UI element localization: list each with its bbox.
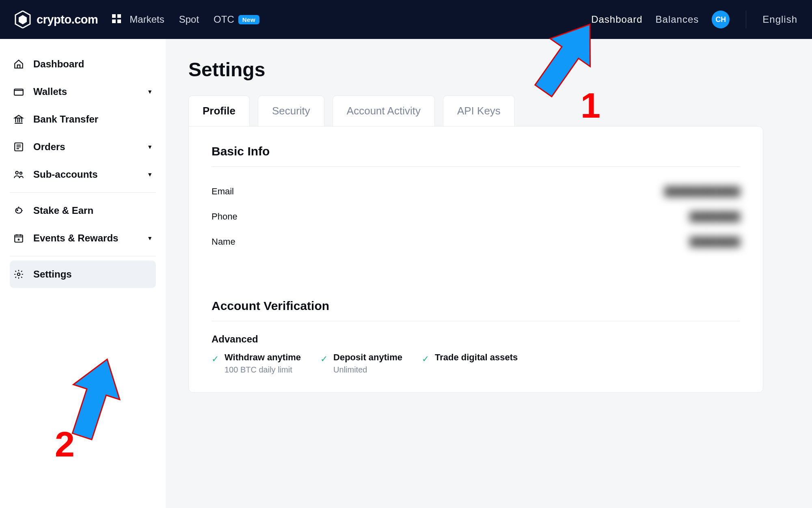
chevron-down-icon: ▼: [147, 235, 153, 241]
feature-deposit: ✓ Deposit anytime Unlimited: [320, 352, 402, 375]
brand-name: crypto.com: [37, 13, 98, 26]
feature-label: Withdraw anytime: [225, 352, 301, 363]
phone-value: ████████: [689, 211, 740, 222]
sidebar-item-label: Orders: [33, 141, 65, 153]
chevron-down-icon: ▼: [147, 171, 153, 178]
feature-trade: ✓ Trade digital assets: [422, 352, 518, 375]
page-title: Settings: [188, 58, 789, 81]
feature-label: Deposit anytime: [333, 352, 402, 363]
chevron-down-icon: ▼: [147, 88, 153, 95]
sidebar-item-dashboard[interactable]: Dashboard: [10, 50, 156, 78]
sidebar-item-wallets[interactable]: Wallets ▼: [10, 78, 156, 105]
profile-card: Basic Info Email ████████████ Phone ████…: [188, 126, 763, 393]
nav-otc[interactable]: OTC New: [214, 14, 259, 25]
home-icon: [13, 58, 24, 70]
verification-features: ✓ Withdraw anytime 100 BTC daily limit ✓…: [212, 352, 740, 375]
name-label: Name: [212, 237, 235, 247]
sidebar-item-label: Bank Transfer: [33, 114, 98, 125]
tab-account-activity[interactable]: Account Activity: [333, 95, 435, 126]
divider: [746, 11, 746, 28]
calendar-icon: [13, 232, 24, 244]
brand-logo-icon: [15, 11, 31, 28]
divider: [212, 321, 740, 321]
subaccounts-icon: [13, 169, 24, 180]
avatar[interactable]: CH: [712, 11, 730, 28]
verification-title: Account Verification: [212, 299, 740, 313]
row-email: Email ████████████: [212, 179, 740, 204]
svg-point-7: [20, 172, 22, 174]
sidebar-item-label: Dashboard: [33, 58, 84, 70]
svg-rect-0: [112, 14, 116, 18]
chevron-down-icon: ▼: [147, 144, 153, 150]
check-icon: ✓: [422, 354, 429, 375]
nav-markets[interactable]: Markets: [130, 14, 164, 25]
feature-label: Trade digital assets: [435, 352, 518, 363]
svg-rect-2: [112, 19, 116, 23]
topnav-left: Markets Spot OTC New: [130, 14, 259, 25]
svg-point-8: [17, 210, 18, 211]
basic-info-title: Basic Info: [212, 144, 740, 158]
sidebar-item-label: Events & Rewards: [33, 232, 118, 244]
feature-sub: Unlimited: [333, 365, 402, 375]
name-value: ████████: [689, 237, 740, 247]
sidebar-item-sub-accounts[interactable]: Sub-accounts ▼: [10, 161, 156, 188]
content-area: Settings Profile Security Account Activi…: [166, 39, 812, 508]
email-value: ████████████: [664, 186, 740, 197]
row-phone: Phone ████████: [212, 204, 740, 229]
nav-spot[interactable]: Spot: [179, 14, 199, 25]
sidebar-item-settings[interactable]: Settings: [10, 260, 156, 288]
orders-icon: [13, 141, 24, 153]
row-name: Name ████████: [212, 229, 740, 254]
svg-point-6: [15, 171, 18, 174]
topnav-right: Dashboard Balances CH English: [591, 11, 797, 28]
piggy-icon: [13, 205, 24, 216]
tab-security[interactable]: Security: [258, 95, 324, 126]
sidebar: Dashboard Wallets ▼ Bank Transfer Orders…: [0, 39, 166, 508]
svg-point-10: [17, 273, 20, 276]
sidebar-divider: [10, 256, 156, 256]
language-selector[interactable]: English: [762, 14, 797, 25]
bank-icon: [13, 114, 24, 125]
settings-tabs: Profile Security Account Activity API Ke…: [188, 95, 789, 126]
brand[interactable]: crypto.com: [15, 11, 98, 28]
gear-icon: [13, 269, 24, 280]
nav-otc-label: OTC: [214, 14, 234, 25]
feature-withdraw: ✓ Withdraw anytime 100 BTC daily limit: [212, 352, 301, 375]
sidebar-item-label: Wallets: [33, 86, 67, 97]
sidebar-item-label: Settings: [33, 269, 72, 280]
sidebar-item-orders[interactable]: Orders ▼: [10, 133, 156, 161]
sidebar-item-events-rewards[interactable]: Events & Rewards ▼: [10, 224, 156, 252]
email-label: Email: [212, 186, 234, 197]
apps-grid-icon[interactable]: [112, 14, 121, 25]
tab-profile[interactable]: Profile: [188, 95, 250, 126]
svg-rect-3: [117, 19, 121, 23]
sidebar-item-label: Stake & Earn: [33, 205, 93, 216]
nav-dashboard[interactable]: Dashboard: [591, 14, 642, 25]
sidebar-item-label: Sub-accounts: [33, 169, 98, 180]
verification-level: Advanced: [212, 334, 740, 345]
nav-balances[interactable]: Balances: [656, 14, 699, 25]
sidebar-item-bank-transfer[interactable]: Bank Transfer: [10, 105, 156, 133]
new-badge: New: [238, 15, 259, 24]
sidebar-item-stake-earn[interactable]: Stake & Earn: [10, 197, 156, 224]
divider: [212, 166, 740, 167]
svg-rect-1: [117, 14, 121, 18]
sidebar-divider: [10, 192, 156, 193]
wallet-icon: [13, 86, 24, 97]
check-icon: ✓: [320, 354, 328, 375]
phone-label: Phone: [212, 211, 238, 222]
check-icon: ✓: [212, 354, 219, 375]
tab-api-keys[interactable]: API Keys: [443, 95, 515, 126]
feature-sub: 100 BTC daily limit: [225, 365, 301, 375]
top-nav: crypto.com Markets Spot OTC New Dashboar…: [0, 0, 812, 39]
